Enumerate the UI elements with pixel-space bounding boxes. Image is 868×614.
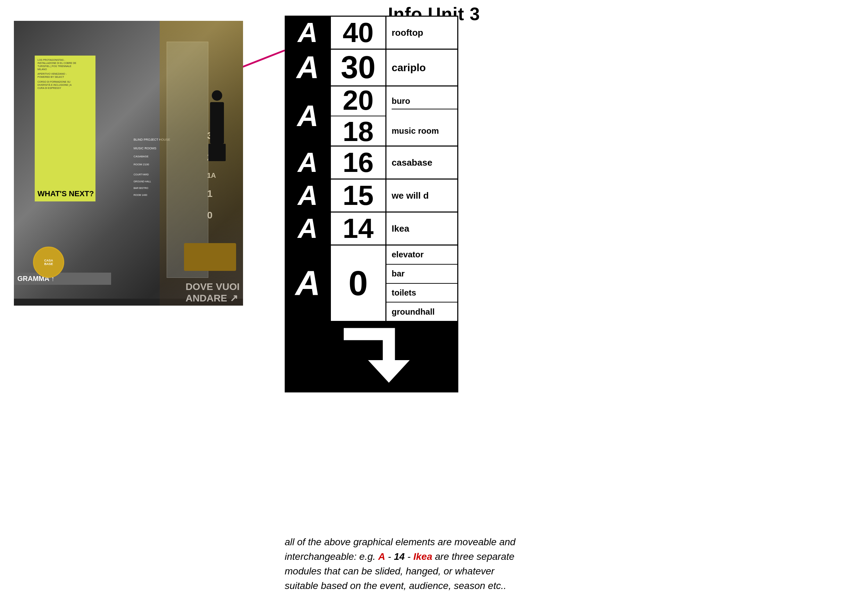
letter-a-20-18: A: [286, 87, 331, 146]
diagram-row-40: A 40 rooftop: [286, 17, 457, 50]
label-we-will-d: we will d: [386, 180, 457, 211]
ground-labels: elevator bar toilets groundhall: [386, 245, 457, 321]
number-15: 15: [331, 180, 386, 211]
label-groundhall: groundhall: [386, 302, 457, 321]
number-16: 16: [331, 147, 386, 178]
number-0: 0: [331, 245, 386, 321]
direction-arrow-icon: [333, 327, 410, 386]
description-text: all of the above graphical elements are …: [285, 535, 528, 593]
label-music-room: music room: [392, 123, 457, 139]
arrow-section: [286, 322, 457, 391]
description-highlight-a: A: [378, 551, 385, 562]
label-cariplo: cariplo: [386, 50, 457, 85]
yellow-sign: LOS PROTAGONISTAS -INSTALLAZIONE DI EL C…: [35, 56, 96, 202]
photo-section: LOS PROTAGONISTAS -INSTALLAZIONE DI EL C…: [14, 21, 243, 305]
letter-a-16: A: [286, 147, 331, 178]
diagram-row-15: A 15 we will d: [286, 180, 457, 212]
label-elevator: elevator: [386, 245, 457, 265]
number-40: 40: [331, 17, 386, 49]
svg-marker-2: [368, 360, 410, 383]
diagram-row-30: A 30 cariplo: [286, 50, 457, 87]
label-casabase: casabase: [386, 147, 457, 178]
number-20-18: 20 18: [331, 87, 386, 146]
diagram-row-16: A 16 casabase: [286, 147, 457, 180]
letter-a-0: A: [286, 245, 331, 321]
description-highlight-14: 14: [394, 551, 405, 562]
letter-a-30: A: [286, 50, 331, 85]
diagram-row-0: A 0 elevator bar toilets groundhall: [286, 245, 457, 322]
diagram-row-14: A 14 Ikea: [286, 212, 457, 245]
labels-buro-musicroom: buro music room: [386, 87, 457, 146]
letter-a-14: A: [286, 212, 331, 245]
diagram-section: A 40 rooftop A 30 cariplo A 20 18 buro m…: [285, 16, 757, 392]
label-ikea: Ikea: [386, 212, 457, 245]
whats-next-text: WHAT'S NEXT?: [37, 190, 94, 198]
letter-a-15: A: [286, 180, 331, 211]
label-buro: buro: [392, 93, 457, 109]
label-toilets: toilets: [386, 284, 457, 303]
label-bar: bar: [386, 265, 457, 284]
diagram-box: A 40 rooftop A 30 cariplo A 20 18 buro m…: [285, 16, 458, 392]
description-dash2: -: [405, 551, 414, 562]
diagram-row-20-18: A 20 18 buro music room: [286, 87, 457, 147]
description-dash1: -: [385, 551, 394, 562]
number-14: 14: [331, 212, 386, 245]
letter-a-40: A: [286, 17, 331, 49]
label-rooftop: rooftop: [386, 17, 457, 49]
number-30: 30: [331, 50, 386, 85]
description-highlight-ikea: Ikea: [413, 551, 432, 562]
